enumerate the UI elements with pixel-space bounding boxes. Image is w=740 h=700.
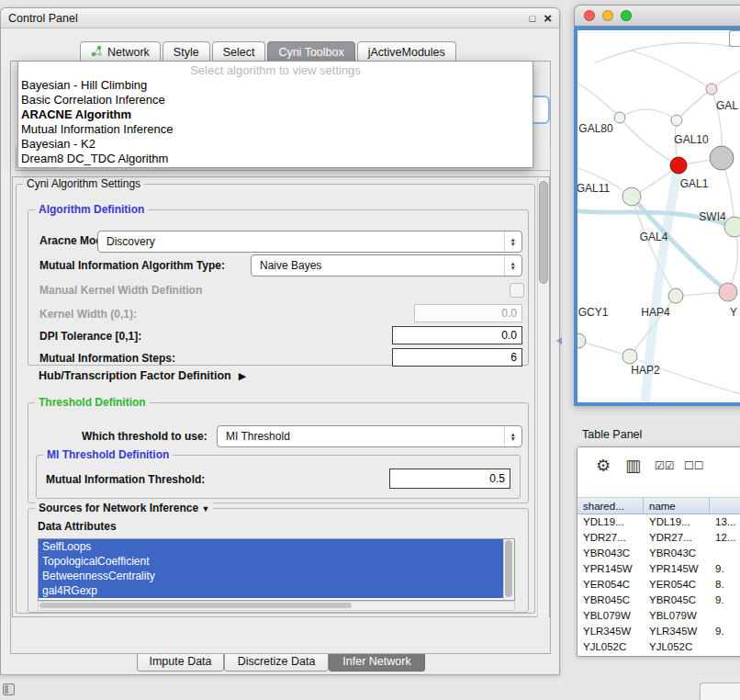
cyni-algorithm-settings-group: Cyni Algorithm Settings Algorithm Defini… — [16, 184, 535, 614]
control-panel-titlebar[interactable]: Control Panel □ × — [1, 8, 559, 28]
table-row[interactable]: YBL079WYBL079W — [577, 608, 740, 624]
network-view-window: GAL80 GAL10 GAL11 GAL1 SWI4 GAL4 GCY1 HA… — [574, 5, 740, 406]
algorithm-definition-group: Algorithm Definition Aracne Mode: Discov… — [28, 209, 529, 366]
mi-threshold-group: MI Threshold Definition Mutual Informati… — [36, 455, 521, 499]
dpi-tolerance-input[interactable] — [392, 326, 522, 344]
list-scrollbar[interactable] — [503, 539, 514, 600]
node[interactable] — [719, 283, 737, 301]
splitter-collapse-icon[interactable] — [556, 337, 562, 344]
table-row[interactable]: YDR27...YDR27...12... — [577, 530, 740, 546]
dropdown-item[interactable]: Bayesian - K2 — [18, 137, 533, 152]
gear-icon[interactable]: ⚙ — [596, 456, 611, 476]
node[interactable] — [706, 84, 717, 95]
list-hscrollbar[interactable] — [38, 601, 515, 611]
close-icon[interactable]: × — [544, 14, 552, 23]
view-toolbar-fragment[interactable] — [729, 30, 740, 47]
node-label: GAL11 — [577, 182, 610, 195]
table-body: YDL19...YDL19...13... YDR27...YDR27...12… — [577, 514, 740, 655]
float-window-icon[interactable]: □ — [530, 13, 536, 24]
tab-cyni-toolbox[interactable]: Cyni Toolbox — [267, 41, 354, 62]
node-label: GCY1 — [578, 306, 609, 319]
control-panel-tabbar: Network Style Select Cyni Toolbox jActiv… — [80, 41, 458, 62]
column-header[interactable] — [710, 497, 740, 514]
node-label: GAL80 — [578, 122, 612, 135]
window-title: Control Panel — [8, 12, 78, 25]
dropdown-item[interactable]: Bayesian - Hill Climbing — [18, 78, 533, 93]
manual-kernel-checkbox[interactable] — [510, 283, 524, 298]
sources-toggle[interactable]: Sources for Network Inference ▼ — [35, 502, 213, 514]
network-canvas[interactable]: GAL80 GAL10 GAL11 GAL1 SWI4 GAL4 GCY1 HA… — [574, 27, 740, 406]
zoom-traffic-light[interactable] — [621, 10, 632, 21]
group-title: MI Threshold Definition — [43, 448, 173, 461]
mi-type-label: Mutual Information Algorithm Type: — [39, 259, 225, 272]
hub-definition-toggle[interactable]: Hub/Transcription Factor Definition ▶ — [39, 369, 246, 382]
window-corner-fragment — [700, 683, 740, 700]
mi-steps-input[interactable] — [392, 348, 522, 367]
dropdown-item[interactable]: Basic Correlation Inference — [18, 93, 533, 107]
combo-arrows-icon: ▲▼ — [504, 255, 521, 276]
table-row[interactable]: YBR045CYBR045C9. — [577, 593, 740, 608]
columns-icon[interactable]: ▥ — [625, 456, 641, 476]
dropdown-item[interactable]: Dream8 DC_TDC Algorithm — [18, 152, 533, 166]
tab-jactivemodules[interactable]: jActiveModules — [357, 41, 456, 62]
node[interactable] — [622, 187, 641, 206]
column-header[interactable]: shared... — [577, 497, 644, 514]
table-row[interactable]: YDL19...YDL19...13... — [577, 514, 740, 530]
scrollbar-thumb[interactable] — [505, 540, 512, 597]
list-item[interactable]: BetweennessCentrality — [39, 569, 504, 583]
group-title: Threshold Definition — [35, 396, 150, 409]
dropdown-prompt: Select algorithm to view settings — [18, 62, 533, 78]
group-title: Algorithm Definition — [35, 203, 148, 216]
tab-select[interactable]: Select — [212, 41, 266, 62]
node[interactable] — [668, 288, 683, 303]
aracne-mode-select[interactable]: Discovery ▲▼ — [97, 231, 522, 253]
select-all-checks-icon[interactable]: ☑☑ — [655, 459, 675, 472]
settings-scrollbar[interactable] — [537, 178, 548, 617]
which-threshold-select[interactable]: MI Threshold ▲▼ — [217, 425, 522, 447]
list-item[interactable]: gal4RGexp — [39, 583, 504, 598]
network-view-titlebar[interactable] — [574, 5, 740, 27]
table-header: shared... name — [577, 497, 740, 514]
dpi-tolerance-label: DPI Tolerance [0,1]: — [39, 330, 141, 343]
sources-group: Sources for Network Inference ▼ Data Att… — [28, 508, 529, 613]
list-item[interactable]: SelfLoops — [39, 539, 504, 554]
node[interactable] — [622, 349, 637, 364]
mi-type-select[interactable]: Naive Bayes ▲▼ — [251, 254, 522, 277]
scrollbar-thumb[interactable] — [39, 603, 352, 608]
mi-threshold-input[interactable] — [389, 469, 510, 489]
dropdown-item-selected[interactable]: ARACNE Algorithm — [18, 107, 533, 122]
network-icon — [91, 45, 103, 60]
table-row[interactable]: YLR345WYLR345W9. — [577, 624, 740, 639]
tab-style[interactable]: Style — [163, 41, 210, 62]
node[interactable] — [671, 115, 682, 126]
group-title: Cyni Algorithm Settings — [23, 177, 144, 190]
table-row[interactable]: YBR043CYBR043C — [577, 546, 740, 561]
scrollbar-thumb[interactable] — [539, 181, 548, 284]
minimize-traffic-light[interactable] — [602, 10, 613, 21]
node-selected-red[interactable] — [670, 157, 687, 174]
node[interactable] — [577, 333, 586, 348]
column-header[interactable]: name — [644, 497, 710, 514]
data-attributes-list: SelfLoops TopologicalCoefficient Between… — [38, 538, 515, 601]
close-traffic-light[interactable] — [584, 10, 595, 21]
table-row[interactable]: YJL052CYJL052C — [577, 639, 740, 655]
table-panel-title: Table Panel — [582, 428, 642, 441]
list-item[interactable]: TopologicalCoefficient — [39, 554, 504, 569]
algorithm-dropdown-popup: Select algorithm to view settings Bayesi… — [17, 61, 533, 168]
node-label: GAL4 — [640, 231, 668, 243]
panel-dock-icon[interactable] — [3, 683, 15, 695]
node-label: GAL1 — [680, 177, 709, 190]
node[interactable] — [710, 146, 734, 170]
node[interactable] — [614, 112, 625, 123]
table-row[interactable]: YER054CYER054C8. — [577, 577, 740, 593]
kernel-width-input[interactable] — [414, 304, 522, 322]
node-label: GAL — [716, 99, 738, 112]
mi-steps-label: Mutual Information Steps: — [39, 352, 175, 365]
tab-network[interactable]: Network — [80, 41, 161, 62]
table-row[interactable]: YPR145WYPR145W9. — [577, 561, 740, 577]
node[interactable] — [724, 217, 740, 237]
deselect-all-checks-icon[interactable]: ☐☐ — [684, 459, 704, 472]
dropdown-item[interactable]: Mutual Information Inference — [18, 122, 533, 137]
combo-arrows-icon: ▲▼ — [504, 426, 521, 446]
table-panel-window: ⚙ ▥ ☑☑ ☐☐ shared... name YDL19...YDL19..… — [577, 446, 740, 657]
